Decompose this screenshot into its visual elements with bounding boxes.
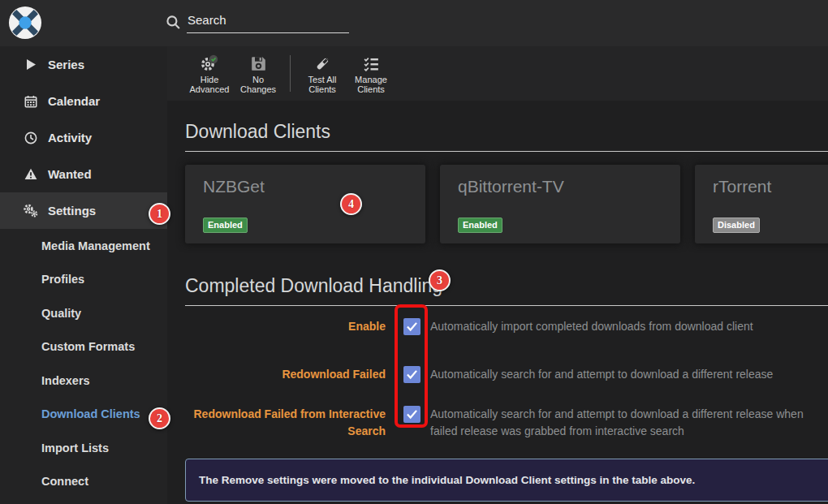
subitem-label: Media Management [41,239,150,252]
sidebar-item-calendar[interactable]: Calendar [0,83,167,119]
field-label: Redownload Failed from Interactive Searc… [185,406,386,440]
field-label: Redownload Failed [185,366,386,383]
remove-settings-notice: The Remove settings were moved to the in… [185,459,828,502]
sidebar-item-activity[interactable]: Activity [0,119,167,156]
form-row-redownload-failed-interactive: Redownload Failed from Interactive Searc… [185,406,805,440]
sidebar-item-settings[interactable]: Settings [0,192,167,229]
subitem-label: Download Clients [41,407,140,420]
toolbar-button-label: No Changes [234,75,282,94]
subitem-label: Import Lists [41,442,109,454]
subitem-label: Custom Formats [41,340,135,353]
play-icon [23,58,38,71]
sidebar-subitem-quality[interactable]: Quality [0,296,167,330]
status-badge: Enabled [203,218,248,233]
manage-clients-button[interactable]: Manage Clients [347,54,395,94]
settings-content: Download Clients NZBGet Enabled qBittorr… [167,101,828,504]
download-clients-heading: Download Clients [185,120,828,152]
form-row-enable: Enable Automatically import completed do… [185,318,753,335]
page-toolbar: Hide Advanced No Changes Test All [167,46,828,101]
sidebar-subitem-profiles[interactable]: Profiles [0,263,167,297]
toolbar-divider [290,55,291,92]
toolbar-button-label: Manage Clients [347,75,395,94]
sonarr-logo[interactable] [8,6,42,40]
sidebar-subitem-download-clients[interactable]: Download Clients [0,398,167,432]
toolbar-button-label: Test All Clients [298,75,347,94]
sidebar-item-label: Settings [48,204,96,218]
client-name: qBittorrent-TV [458,177,564,196]
sidebar-item-label: Calendar [48,94,100,108]
status-badge: Disabled [713,218,760,233]
download-client-cards: NZBGet Enabled qBittorrent-TV Enabled rT… [185,165,828,243]
sidebar: Series Calendar Activity [0,46,167,504]
warning-icon [23,168,38,180]
sidebar-subitem-connect[interactable]: Connect [0,465,167,499]
field-help-text: Automatically search for and attempt to … [430,366,773,383]
sidebar-item-label: Series [48,58,84,71]
sidebar-subitem-indexers[interactable]: Indexers [0,364,167,398]
advanced-gear-check-icon [200,54,219,73]
sidebar-subitem-import-lists[interactable]: Import Lists [0,431,167,465]
client-card-rtorrent[interactable]: rTorrent Disabled [695,165,828,243]
form-row-redownload-failed: Redownload Failed Automatically search f… [185,366,773,383]
field-help-text: Automatically search for and attempt to … [430,406,805,439]
no-changes-button[interactable]: No Changes [234,54,282,94]
search-icon [166,15,181,33]
client-card-nzbget[interactable]: NZBGet Enabled [185,165,425,243]
calendar-icon [23,95,38,108]
toolbar-button-label: Hide Advanced [185,75,234,94]
redownload-failed-interactive-checkbox[interactable] [403,406,420,423]
search-bar [166,13,349,33]
completed-download-handling-heading: Completed Download Handling [185,274,828,306]
redownload-failed-checkbox[interactable] [403,366,420,383]
sidebar-subitem-media-management[interactable]: Media Management [0,229,167,263]
enable-checkbox[interactable] [403,318,420,335]
sidebar-item-label: Wanted [48,167,92,181]
top-bar [0,0,828,46]
subitem-label: Quality [41,307,81,320]
client-name: rTorrent [713,177,771,196]
gears-icon [23,204,38,218]
client-card-qbittorrent-tv[interactable]: qBittorrent-TV Enabled [440,165,680,243]
client-name: NZBGet [203,177,265,196]
notice-text: The Remove settings were moved to the in… [199,474,695,486]
sidebar-item-wanted[interactable]: Wanted [0,156,167,192]
search-input[interactable] [187,13,349,33]
subitem-label: Indexers [41,374,90,387]
test-vial-icon [314,54,331,73]
field-label: Enable [185,318,386,335]
sidebar-item-series[interactable]: Series [0,46,167,83]
clock-icon [23,131,38,144]
test-all-clients-button[interactable]: Test All Clients [298,54,347,94]
subitem-label: Profiles [41,273,84,286]
sidebar-item-label: Activity [48,131,92,144]
field-help-text: Automatically import completed downloads… [430,318,753,335]
hide-advanced-button[interactable]: Hide Advanced [185,54,234,94]
manage-checklist-icon [364,54,379,73]
subitem-label: Connect [41,475,88,488]
save-floppy-icon [251,54,266,73]
sidebar-subitem-custom-formats[interactable]: Custom Formats [0,330,167,364]
status-badge: Enabled [458,218,502,233]
